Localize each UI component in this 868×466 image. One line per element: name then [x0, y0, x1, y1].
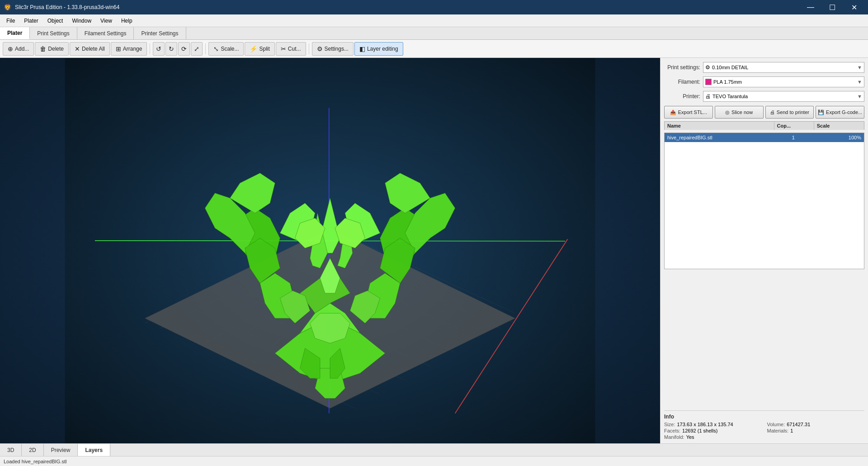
scale-button[interactable]: ⤡ Scale...	[208, 42, 244, 56]
menu-object[interactable]: Object	[43, 16, 68, 26]
object-list-header: Name Cop... Scale	[664, 121, 864, 130]
printer-icon: 🖨	[705, 93, 711, 100]
delete-all-icon: ✕	[75, 45, 80, 52]
export-stl-icon: 📤	[670, 109, 676, 115]
object-list-row[interactable]: hive_repairedBIG.stl 1 100%	[665, 133, 864, 142]
info-volume-label: Volume:	[767, 422, 785, 427]
info-facets-row: Facets: 12692 (1 shells)	[664, 428, 762, 433]
tab-filament-settings[interactable]: Filament Settings	[77, 27, 134, 39]
filament-label: Filament:	[664, 79, 700, 85]
filament-select[interactable]: PLA 1.75mm ▼	[703, 76, 864, 87]
add-icon: ⊕	[8, 45, 13, 52]
info-volume-row: Volume: 671427.31	[767, 422, 865, 427]
viewport[interactable]	[0, 58, 660, 443]
layer-editing-button[interactable]: ◧ Layer editing	[354, 42, 403, 56]
right-panel: Print settings: ⚙ 0.10mm DETAIL ▼ Filame…	[660, 58, 868, 443]
settings-button[interactable]: ⚙ Settings...	[312, 42, 354, 56]
info-facets-value: 12692 (1 shells)	[682, 428, 717, 433]
print-settings-row: Print settings: ⚙ 0.10mm DETAIL ▼	[664, 62, 864, 73]
filament-row: Filament: PLA 1.75mm ▼	[664, 76, 864, 88]
menubar: File Plater Object Window View Help	[0, 14, 868, 27]
action-buttons: 📤 Export STL... ◎ Slice now 🖨 Send to pr…	[664, 106, 864, 119]
info-size-value: 173.63 x 186.13 x 135.74	[677, 422, 733, 427]
separator-2	[205, 43, 206, 54]
obj-name: hive_repairedBIG.stl	[667, 135, 774, 140]
menu-file[interactable]: File	[2, 16, 19, 26]
tab-print-settings[interactable]: Print Settings	[30, 27, 77, 39]
info-facets-label: Facets:	[664, 428, 680, 433]
info-section: Info Size: 173.63 x 186.13 x 135.74 Volu…	[664, 410, 864, 440]
scale-icon: ⤡	[213, 45, 219, 52]
export-gcode-button[interactable]: 💾 Export G-code...	[816, 106, 864, 119]
btab-2d[interactable]: 2D	[22, 444, 43, 456]
settings-icon: ⚙	[317, 45, 323, 52]
redo-button[interactable]: ↻	[165, 42, 177, 56]
toolbar: ⊕ Add... 🗑 Delete ✕ Delete All ⊞ Arrange…	[0, 40, 868, 58]
split-icon: ⚡	[250, 45, 257, 52]
add-button[interactable]: ⊕ Add...	[3, 42, 34, 56]
separator-3	[309, 43, 309, 54]
restore-button[interactable]: ☐	[822, 0, 843, 14]
delete-all-button[interactable]: ✕ Delete All	[70, 42, 110, 56]
status-text: Loaded hive_repairedBIG.stl	[4, 459, 66, 464]
print-settings-icon: ⚙	[705, 64, 710, 71]
delete-icon: 🗑	[40, 45, 46, 52]
menu-view[interactable]: View	[96, 16, 117, 26]
arrange-icon: ⊞	[116, 45, 121, 52]
info-manifold-row: Manifold: Yes	[664, 434, 762, 440]
btab-3d[interactable]: 3D	[0, 444, 22, 456]
titlebar-controls: — ☐ ✕	[800, 0, 864, 14]
menu-help[interactable]: Help	[117, 16, 137, 26]
export-stl-button[interactable]: 📤 Export STL...	[664, 106, 713, 119]
split-button[interactable]: ⚡ Split	[245, 42, 274, 56]
zoom-fit-button[interactable]: ⤢	[191, 42, 203, 56]
undo-button[interactable]: ↺	[153, 42, 165, 56]
titlebar-title: Slic3r Prusa Edition - 1.33.8-prusa3d-wi…	[15, 4, 119, 10]
arrange-button[interactable]: ⊞ Arrange	[111, 42, 147, 56]
info-size-row: Size: 173.63 x 186.13 x 135.74	[664, 422, 762, 427]
titlebar: 🦁 Slic3r Prusa Edition - 1.33.8-prusa3d-…	[0, 0, 868, 14]
app-icon: 🦁	[4, 4, 11, 11]
3d-scene	[0, 58, 660, 443]
filament-arrow: ▼	[857, 79, 862, 85]
close-button[interactable]: ✕	[844, 0, 864, 14]
printer-select[interactable]: 🖨 TEVO Tarantula ▼	[703, 91, 864, 102]
filament-color-swatch	[705, 79, 712, 85]
info-title: Info	[664, 414, 864, 420]
print-settings-value: 0.10mm DETAIL	[712, 65, 857, 70]
tab-printer-settings[interactable]: Printer Settings	[134, 27, 186, 39]
printer-label: Printer:	[664, 93, 700, 100]
tab-plater[interactable]: Plater	[0, 27, 30, 39]
send-to-printer-button[interactable]: 🖨 Send to printer	[765, 106, 814, 119]
filament-value: PLA 1.75mm	[713, 79, 857, 85]
btab-layers[interactable]: Layers	[78, 444, 110, 456]
print-settings-select[interactable]: ⚙ 0.10mm DETAIL ▼	[703, 62, 864, 73]
info-grid: Size: 173.63 x 186.13 x 135.74 Volume: 6…	[664, 422, 864, 440]
statusbar: Loaded hive_repairedBIG.stl	[0, 456, 868, 466]
col-scale: Scale	[814, 122, 864, 130]
spacer	[664, 272, 864, 408]
info-materials-label: Materials:	[767, 428, 789, 433]
cut-icon: ✂	[281, 45, 286, 52]
export-gcode-icon: 💾	[818, 109, 824, 115]
printer-row: Printer: 🖨 TEVO Tarantula ▼	[664, 90, 864, 102]
object-list-body[interactable]: hive_repairedBIG.stl 1 100%	[664, 133, 864, 269]
menu-window[interactable]: Window	[67, 16, 96, 26]
zoom-fit-icon: ⤢	[194, 45, 199, 52]
slice-now-button[interactable]: ◎ Slice now	[715, 106, 764, 119]
refresh-button[interactable]: ⟳	[178, 42, 190, 56]
send-to-printer-icon: 🖨	[770, 109, 775, 115]
titlebar-left: 🦁 Slic3r Prusa Edition - 1.33.8-prusa3d-…	[4, 4, 119, 11]
info-size-label: Size:	[664, 422, 675, 427]
menu-plater[interactable]: Plater	[19, 16, 42, 26]
minimize-button[interactable]: —	[800, 0, 821, 14]
print-settings-arrow: ▼	[857, 65, 862, 70]
delete-button[interactable]: 🗑 Delete	[35, 42, 69, 56]
info-volume-value: 671427.31	[787, 422, 810, 427]
btab-preview[interactable]: Preview	[44, 444, 78, 456]
separator-1	[150, 43, 150, 54]
obj-copies: 1	[774, 135, 813, 140]
cut-button[interactable]: ✂ Cut...	[276, 42, 306, 56]
printer-value: TEVO Tarantula	[712, 94, 857, 99]
undo-icon: ↺	[156, 45, 161, 52]
